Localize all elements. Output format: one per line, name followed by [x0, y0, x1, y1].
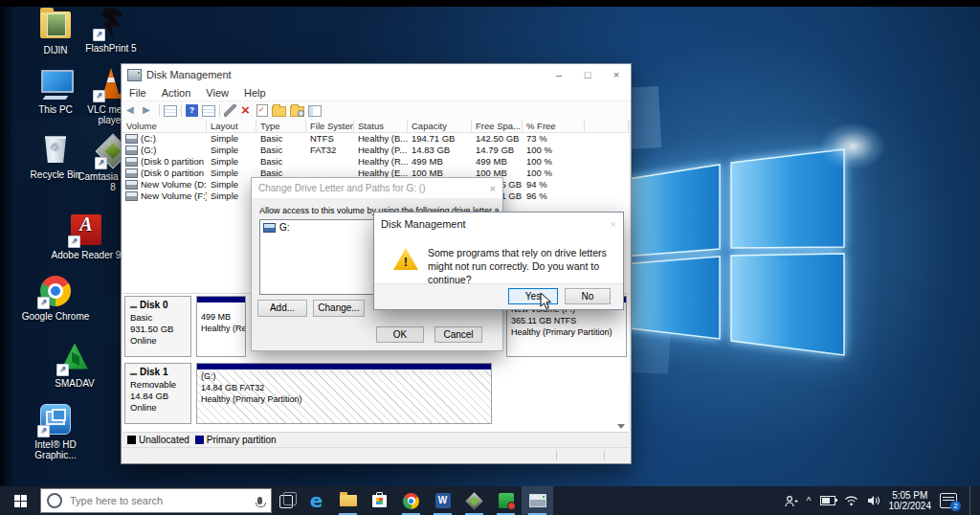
taskbar-search[interactable]: [40, 488, 272, 513]
mouse-cursor: [540, 292, 552, 314]
properties-icon[interactable]: [308, 105, 322, 117]
start-button[interactable]: [0, 486, 40, 515]
disk-1-label[interactable]: Disk 1 Removable 14.84 GB Online: [124, 363, 191, 424]
table-row[interactable]: (C:)SimpleBasicNTFSHealthy (B...194.71 G…: [122, 133, 629, 145]
dialog-title-bar[interactable]: Change Drive Letter and Paths for G: () …: [252, 178, 502, 198]
taskbar-app-chrome[interactable]: [395, 486, 427, 515]
details-view-icon[interactable]: [164, 105, 177, 117]
volume-drive-icon: [125, 157, 138, 167]
desktop-icon-flashprint[interactable]: ↗ FlashPrint 5: [75, 6, 147, 54]
column-header[interactable]: File System: [306, 120, 354, 132]
change-button[interactable]: Change...: [313, 300, 365, 317]
partition-g-selected[interactable]: (G:) 14.84 GB FAT32 Healthy (Primary Par…: [196, 363, 492, 424]
cancel-button[interactable]: Cancel: [434, 326, 482, 343]
taskbar-app-store[interactable]: [364, 486, 395, 515]
show-desktop-edge[interactable]: [969, 486, 974, 515]
table-row[interactable]: (G:)SimpleBasicFAT32Healthy (P...14.83 G…: [122, 145, 629, 156]
taskbar-app-camtasia[interactable]: [458, 486, 490, 515]
system-tray: ^ 5:05 PM 10/2/2024 2: [785, 486, 980, 515]
help-icon[interactable]: [186, 104, 198, 117]
unallocated-swatch: [127, 436, 136, 444]
taskbar-app-disk-management[interactable]: [522, 486, 553, 515]
table-cell: Basic: [256, 133, 306, 145]
menu-action[interactable]: Action: [154, 87, 199, 99]
ok-button[interactable]: OK: [376, 326, 424, 343]
people-icon[interactable]: [785, 495, 798, 507]
separator: [219, 104, 220, 117]
desktop-icon-intel-hd[interactable]: ↗ Intel® HD Graphic...: [19, 402, 92, 460]
taskbar-app-smadav[interactable]: [490, 486, 522, 515]
column-header[interactable]: Volume: [122, 120, 207, 132]
forward-icon[interactable]: [143, 104, 155, 117]
status-bar: [122, 447, 629, 463]
column-header[interactable]: % Free: [523, 120, 585, 132]
column-header[interactable]: Type: [256, 120, 306, 132]
desktop-icon-chrome[interactable]: ↗ Google Chrome: [19, 274, 92, 322]
no-button[interactable]: No: [565, 288, 611, 304]
close-icon[interactable]: ×: [611, 218, 616, 230]
primary-partition-swatch: [195, 436, 204, 444]
table-row[interactable]: (Disk 0 partition 1)SimpleBasicHealthy (…: [122, 156, 629, 168]
partition-recovery[interactable]: 499 MB Healthy (Re: [196, 296, 246, 357]
table-cell: Healthy (B...: [354, 133, 408, 145]
column-header[interactable]: Free Spa...: [472, 120, 523, 132]
folder-up-icon[interactable]: [272, 106, 286, 117]
warning-icon: [393, 248, 418, 270]
taskbar-app-file-explorer[interactable]: [332, 486, 364, 515]
folder-search-icon[interactable]: [290, 106, 304, 117]
menu-view[interactable]: View: [198, 87, 236, 99]
minimize-button[interactable]: –: [545, 64, 573, 85]
table-cell: 100 %: [523, 168, 585, 179]
volume-table-header: VolumeLayoutTypeFile SystemStatusCapacit…: [122, 120, 629, 133]
microphone-icon[interactable]: [257, 497, 262, 504]
adobe-reader-icon: ↗: [69, 213, 103, 247]
separator: [181, 104, 182, 117]
taskbar-app-edge[interactable]: e: [301, 486, 332, 515]
partition-color-strip: [197, 297, 245, 303]
notification-badge: 2: [950, 501, 961, 511]
smadav-icon: [499, 493, 514, 508]
column-header[interactable]: Layout: [207, 120, 256, 132]
title-bar[interactable]: Disk Management – □ ×: [122, 64, 631, 85]
table-cell: [585, 190, 629, 202]
volume-icon[interactable]: [867, 495, 880, 506]
menu-file[interactable]: File: [122, 87, 154, 99]
close-button[interactable]: ×: [602, 64, 631, 85]
back-icon[interactable]: [126, 104, 139, 117]
disk-0-label[interactable]: Disk 0 Basic 931.50 GB Online: [124, 296, 191, 357]
menu-bar: File Action View Help: [122, 85, 631, 101]
wifi-icon[interactable]: [844, 495, 858, 506]
task-view-button[interactable]: [272, 486, 301, 515]
add-button[interactable]: Add...: [257, 300, 307, 317]
desktop-icon-adobe-reader[interactable]: ↗ Adobe Reader 9: [50, 213, 122, 260]
scroll-down-arrow[interactable]: [617, 424, 625, 429]
screen: DIJIN ↗ FlashPrint 5 This PC ↗ VLC media…: [0, 0, 980, 515]
maximize-button[interactable]: □: [573, 64, 602, 85]
computer-icon: [38, 67, 73, 101]
column-header[interactable]: Status: [354, 120, 408, 132]
hidden-icons-chevron[interactable]: ^: [807, 496, 812, 506]
menu-help[interactable]: Help: [236, 87, 274, 99]
column-header[interactable]: Capacity: [408, 120, 472, 132]
legend-primary-partition: Primary partition: [195, 435, 277, 445]
panes-icon[interactable]: [202, 105, 215, 117]
table-cell: [585, 133, 629, 145]
volume-drive-icon: [125, 146, 138, 155]
table-cell: 142.50 GB: [472, 133, 523, 145]
taskbar-app-word[interactable]: W: [427, 486, 458, 515]
windows-hero-logo: [622, 140, 848, 364]
desktop-icon-smadav[interactable]: ↗ SMADAV: [38, 341, 111, 389]
volume-drive-icon: [125, 191, 138, 201]
taskbar-clock[interactable]: 5:05 PM 10/2/2024: [889, 490, 932, 511]
delete-icon[interactable]: [240, 104, 253, 117]
battery-icon[interactable]: [820, 496, 835, 505]
warning-dialog: Disk Management × Some programs that rel…: [373, 212, 624, 310]
dialog-title-bar[interactable]: Disk Management ×: [374, 213, 623, 234]
check-doc-icon[interactable]: [256, 104, 268, 117]
search-input[interactable]: [68, 494, 252, 507]
close-icon[interactable]: ×: [490, 183, 496, 194]
window-title: Disk Management: [146, 69, 232, 80]
table-cell: Simple: [207, 145, 256, 156]
tools-icon[interactable]: [224, 104, 236, 117]
notifications-icon[interactable]: 2: [940, 493, 957, 508]
